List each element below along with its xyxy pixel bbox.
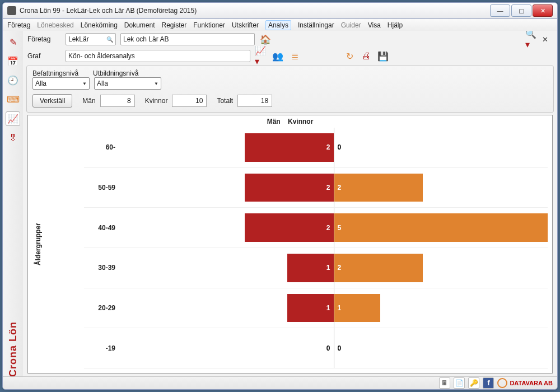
male-half: 0 bbox=[120, 328, 334, 368]
key-icon[interactable]: 🔑 bbox=[468, 377, 479, 389]
notepad-icon[interactable]: 📄 bbox=[454, 377, 465, 389]
search-icon[interactable]: 🔍▾ bbox=[525, 33, 538, 45]
facebook-icon[interactable]: f bbox=[483, 377, 494, 389]
app-icon bbox=[7, 6, 16, 15]
male-bar: 2 bbox=[245, 133, 334, 162]
company-name-input[interactable]: Lek och Lär AB bbox=[120, 33, 255, 45]
women-count: 10 bbox=[172, 95, 207, 107]
refresh-icon[interactable]: ↻ bbox=[343, 50, 356, 62]
male-half: 1 bbox=[120, 288, 334, 328]
company-code-value: LekLär bbox=[68, 35, 89, 43]
female-bar: 2 bbox=[334, 174, 423, 202]
position-value: Alla bbox=[35, 80, 46, 87]
menu-guider[interactable]: Guider bbox=[341, 21, 361, 29]
total-count: 18 bbox=[237, 95, 272, 107]
row-company: Företag LekLär 🔍 Lek och Lär AB 🏠 🔍▾ ✕ bbox=[23, 31, 557, 48]
clock-icon[interactable]: 🕘 bbox=[6, 73, 20, 87]
filters-labels: Befattningsnivå Utbildningsnivå bbox=[28, 67, 552, 77]
company-code-input[interactable]: LekLär 🔍 bbox=[66, 33, 116, 45]
female-bar: 1 bbox=[334, 294, 380, 323]
male-half: 2 bbox=[120, 208, 334, 248]
menu-utskrifter[interactable]: Utskrifter bbox=[232, 21, 259, 29]
home-icon[interactable]: 🏠 bbox=[259, 33, 272, 45]
category-label: 20-29 bbox=[84, 288, 120, 328]
left-toolbar: ✎ 📅 🕘 ⌨ 📈 🎖 Crona Lön bbox=[3, 31, 24, 377]
chart-row: 30-3912 bbox=[84, 248, 548, 288]
women-label: Kvinnor bbox=[145, 97, 168, 105]
men-label: Män bbox=[82, 97, 95, 105]
female-zero: 0 bbox=[334, 344, 345, 352]
education-combo[interactable]: Alla ▼ bbox=[94, 77, 161, 90]
lookup-icon[interactable]: 🔍 bbox=[106, 36, 113, 43]
menu-dokument[interactable]: Dokument bbox=[124, 21, 155, 29]
panel-close-icon[interactable]: ✕ bbox=[542, 35, 553, 44]
maximize-button[interactable]: ▢ bbox=[511, 4, 531, 17]
graph-value: Kön- och åldersanalys bbox=[68, 52, 135, 60]
menu-register[interactable]: Register bbox=[162, 21, 187, 29]
menu-lonebesked[interactable]: Lönebesked bbox=[37, 21, 73, 29]
chart-header-men: Män bbox=[267, 118, 281, 125]
vendor-logo-icon bbox=[497, 378, 507, 388]
menubar: Företag Lönebesked Lönekörning Dokument … bbox=[3, 19, 557, 32]
chart-icon[interactable]: 📈 bbox=[6, 111, 20, 126]
menu-lonekorning[interactable]: Lönekörning bbox=[81, 21, 118, 29]
content: Företag LekLär 🔍 Lek och Lär AB 🏠 🔍▾ ✕ G… bbox=[23, 31, 557, 377]
menu-analys[interactable]: Analys bbox=[265, 20, 291, 30]
female-half: 1 bbox=[334, 288, 548, 328]
category-label: 50-59 bbox=[84, 168, 120, 208]
filters: Befattningsnivå Utbildningsnivå Alla ▼ A… bbox=[26, 66, 554, 113]
save-csv-icon[interactable]: 💾 bbox=[377, 50, 389, 62]
chart-row: -1900 bbox=[84, 328, 548, 368]
male-half: 1 bbox=[120, 248, 334, 288]
calculator-icon[interactable]: 🖩 bbox=[439, 377, 450, 389]
graph-select[interactable]: Kön- och åldersanalys bbox=[66, 50, 250, 62]
female-half: 5 bbox=[334, 208, 548, 248]
app-window: Crona Lön 99 - LekLär-Lek och Lär AB (De… bbox=[2, 2, 558, 390]
minimize-button[interactable]: — bbox=[490, 4, 510, 17]
chart-header-women: Kvinnor bbox=[288, 118, 313, 125]
position-combo[interactable]: Alla ▼ bbox=[32, 77, 90, 90]
row-graph: Graf Kön- och åldersanalys 📈▾ 👥 ≣ ↻ 🖨 💾 bbox=[23, 48, 557, 64]
chart-rows: 60-2050-592240-492530-391220-2911-1900 bbox=[84, 128, 548, 368]
chart-header: Män Kvinnor bbox=[28, 115, 552, 128]
chart-frame: Män Kvinnor Åldergrupper 60-2050-592240-… bbox=[27, 115, 553, 374]
male-bar: 1 bbox=[287, 294, 333, 323]
award-icon[interactable]: 🎖 bbox=[6, 132, 20, 145]
menu-foretag[interactable]: Företag bbox=[7, 21, 30, 29]
chart-type-icon[interactable]: 📈▾ bbox=[255, 50, 267, 62]
male-half: 2 bbox=[120, 128, 334, 167]
hierarchy-icon[interactable]: 👥 bbox=[272, 50, 284, 62]
male-bar: 2 bbox=[245, 213, 334, 242]
y-axis-label: Åldergrupper bbox=[28, 115, 48, 373]
sidebar-brand: Crona Lön bbox=[7, 316, 19, 377]
chart-row: 40-4925 bbox=[84, 208, 548, 248]
education-label: Utbildningsnivå bbox=[93, 69, 149, 77]
chart-row: 20-2911 bbox=[84, 288, 548, 329]
position-label: Befattningsnivå bbox=[32, 69, 88, 77]
window-buttons: — ▢ ✕ bbox=[490, 4, 553, 17]
window-title: Crona Lön 99 - LekLär-Lek och Lär AB (De… bbox=[20, 7, 490, 15]
keyboard-icon[interactable]: ⌨ bbox=[6, 92, 20, 106]
menu-installningar[interactable]: Inställningar bbox=[298, 21, 334, 29]
female-half: 0 bbox=[334, 128, 548, 167]
menu-hjalp[interactable]: Hjälp bbox=[388, 21, 403, 29]
menu-funktioner[interactable]: Funktioner bbox=[193, 21, 225, 29]
male-half: 2 bbox=[120, 168, 334, 208]
pen-icon[interactable]: ✎ bbox=[6, 35, 20, 49]
stack-icon[interactable]: ≣ bbox=[288, 50, 301, 62]
graph-label: Graf bbox=[27, 52, 61, 60]
menu-visa[interactable]: Visa bbox=[368, 21, 381, 29]
execute-button[interactable]: Verkställ bbox=[32, 94, 72, 108]
filters-counts: Verkställ Män 8 Kvinnor 10 Totalt 18 bbox=[28, 92, 552, 110]
print-icon[interactable]: 🖨 bbox=[360, 50, 372, 62]
category-label: 60- bbox=[84, 128, 120, 167]
calendar-icon[interactable]: 📅 bbox=[6, 54, 20, 68]
company-label: Företag bbox=[27, 35, 61, 43]
chart-row: 50-5922 bbox=[84, 168, 548, 208]
category-label: -19 bbox=[84, 328, 120, 368]
men-count: 8 bbox=[100, 95, 135, 107]
execute-button-label: Verkställ bbox=[40, 97, 65, 105]
vendor-name: DATAVARA AB bbox=[510, 380, 553, 386]
vendor-brand: DATAVARA AB bbox=[497, 378, 553, 388]
close-button[interactable]: ✕ bbox=[533, 4, 553, 17]
